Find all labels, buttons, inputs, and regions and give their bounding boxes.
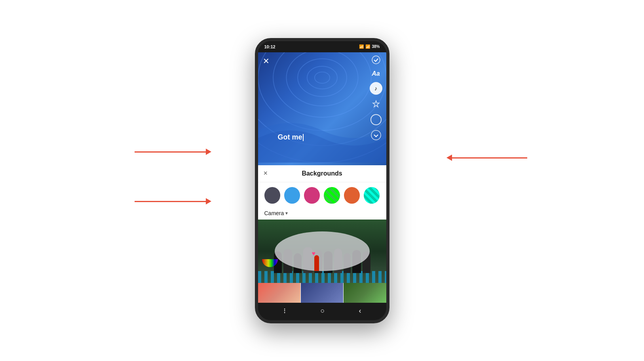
effects-button[interactable]: [372, 99, 380, 109]
story-area: ✕ Aa ♪: [258, 52, 386, 165]
swatch-orange[interactable]: [344, 187, 360, 204]
svg-point-8: [372, 56, 380, 64]
thumbnail-1[interactable]: [258, 283, 300, 303]
swatch-green-striped[interactable]: [324, 187, 340, 204]
status-bar: 10:12 📶 📶 38%: [258, 41, 386, 52]
text-cursor: [303, 134, 304, 141]
home-icon: ○: [321, 307, 325, 315]
back-icon: ‹: [359, 307, 361, 315]
svg-point-3: [286, 52, 358, 106]
camera-label: Camera: [264, 210, 284, 216]
bottom-nav: ⫶ ○ ‹: [258, 303, 386, 319]
battery-label: 38%: [372, 44, 380, 49]
back-nav-button[interactable]: ‹: [359, 307, 361, 315]
swatch-cyan-striped[interactable]: [364, 187, 380, 204]
swatch-blue[interactable]: [284, 187, 300, 204]
thumbnail-2[interactable]: [301, 283, 343, 303]
down-check-button[interactable]: [371, 130, 381, 141]
swatch-dark[interactable]: [264, 187, 280, 204]
annotation-arrow-2: [135, 198, 211, 204]
svg-point-10: [371, 130, 381, 140]
story-right-toolbar: Aa ♪: [370, 55, 382, 141]
chevron-down-icon: ▾: [285, 210, 288, 216]
music-button[interactable]: ♪: [370, 82, 382, 95]
story-text-overlay: Got me: [278, 133, 304, 141]
photo-oval-overlay: [275, 231, 370, 271]
home-nav-button[interactable]: ○: [321, 307, 325, 315]
svg-point-1: [307, 66, 337, 89]
svg-point-0: [314, 72, 329, 83]
signal-icon: 📶: [365, 44, 370, 49]
annotation-arrow-3: [446, 155, 527, 161]
annotation-arrow-1: [135, 149, 211, 155]
backgrounds-panel: × Backgrounds Camera ▾: [258, 165, 386, 303]
panel-header: × Backgrounds: [258, 165, 386, 182]
menu-nav-button[interactable]: ⫶: [283, 307, 287, 315]
swatch-pink[interactable]: [304, 187, 320, 204]
story-close-button[interactable]: ✕: [263, 56, 270, 66]
bottom-thumbnails: [258, 283, 386, 303]
text-button[interactable]: Aa: [372, 70, 380, 77]
camera-dropdown[interactable]: Camera ▾: [258, 208, 386, 220]
ripple-overlay: [258, 52, 386, 165]
circle-button[interactable]: [370, 114, 382, 125]
main-photo-area[interactable]: ♥: [258, 220, 386, 283]
phone-frame: 10:12 📶 📶 38%: [255, 38, 389, 323]
status-right: 📶 📶 38%: [359, 44, 380, 49]
svg-marker-9: [373, 101, 379, 107]
status-time: 10:12: [264, 44, 275, 49]
svg-point-2: [298, 59, 347, 96]
panel-close-button[interactable]: ×: [264, 169, 268, 178]
color-swatches-row: [258, 182, 386, 208]
svg-point-5: [258, 52, 386, 130]
checkmark-button[interactable]: [372, 55, 380, 65]
story-text-content: Got me: [278, 133, 302, 141]
panel-title: Backgrounds: [302, 170, 342, 177]
menu-icon: ⫶: [283, 307, 287, 315]
wifi-icon: 📶: [359, 44, 364, 49]
music-icon: ♪: [374, 85, 377, 92]
thumbnail-3[interactable]: [344, 283, 386, 303]
